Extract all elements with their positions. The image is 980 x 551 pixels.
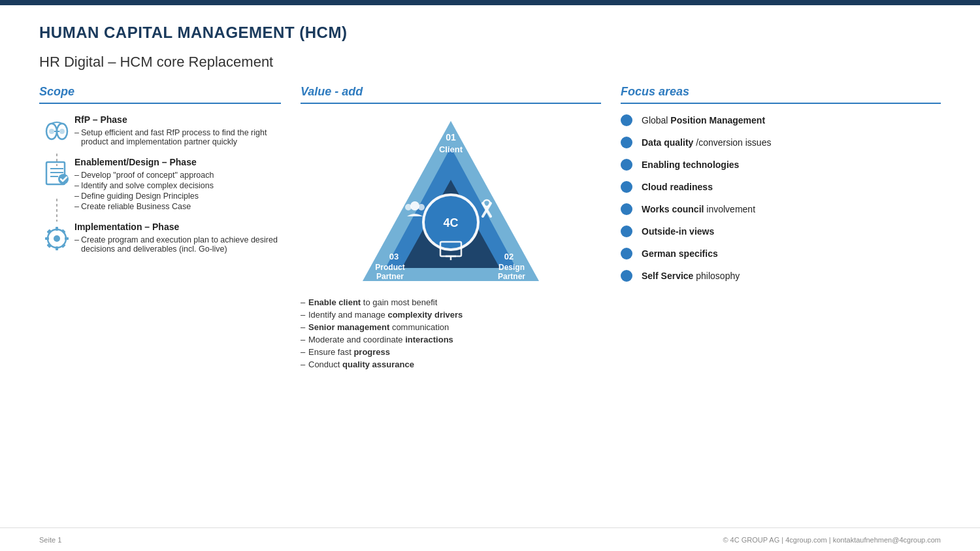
impl-text: Implementation – Phase Create program an… (74, 222, 281, 255)
sub-title: HR Digital – HCM core Replacement (39, 54, 941, 71)
rfp-title: RfP – Phase (74, 114, 281, 125)
focus-6: Outside-in views (621, 225, 941, 237)
vb-3: Senior management communication (301, 322, 601, 332)
svg-point-35 (405, 204, 412, 210)
focus-text-4: Cloud readiness (642, 182, 713, 192)
footer: Seite 1 © 4C GROUP AG | 4cgroup.com | ko… (0, 527, 980, 551)
design-text: Enablement/Design – Phase Develop "proof… (74, 157, 281, 212)
focus-dot-2 (621, 137, 632, 148)
focus-dot-6 (621, 225, 632, 237)
focus-column: Focus areas Global Position Management D… (608, 85, 941, 372)
svg-text:01: 01 (446, 132, 456, 142)
svg-text:Partner: Partner (498, 272, 525, 281)
svg-text:Partner: Partner (376, 272, 404, 281)
focus-4: Cloud readiness (621, 181, 941, 193)
svg-point-4 (59, 129, 65, 134)
design-bullet-4: Create reliable Business Case (74, 202, 281, 211)
vb-2: Identify and manage complexity drivers (301, 310, 601, 320)
vb-6: Conduct quality assurance (301, 359, 601, 369)
focus-dot-4 (621, 181, 632, 193)
focus-header: Focus areas (621, 85, 941, 104)
svg-point-9 (58, 174, 69, 184)
focus-8: Self Service philosophy (621, 270, 941, 282)
value-column: Value - add 4C (294, 85, 608, 372)
content: HUMAN CAPITAL MANAGEMENT (HCM) HR Digita… (0, 5, 980, 372)
vb-4: Moderate and coordinate interactions (301, 335, 601, 344)
svg-point-3 (49, 129, 54, 134)
design-icon (39, 157, 74, 188)
focus-5: Works council involvement (621, 203, 941, 215)
footer-copyright: © 4C GROUP AG | 4cgroup.com | kontaktauf… (723, 536, 941, 544)
impl-icon (39, 222, 74, 253)
svg-rect-15 (65, 237, 69, 240)
rfp-phase: RfP – Phase Setup efficient and fast RfP… (39, 114, 281, 148)
rfp-bullet-1: Setup efficient and fast RfP process to … (74, 128, 281, 146)
focus-dot-3 (621, 159, 632, 171)
design-bullet-2: Identify and solve complex decisions (74, 181, 281, 190)
vb-1: Enable client to gain most benefit (301, 297, 601, 307)
focus-dot-8 (621, 270, 632, 282)
design-phase: Enablement/Design – Phase Develop "proof… (39, 157, 281, 212)
svg-rect-12 (56, 227, 58, 231)
scope-column: Scope (39, 85, 294, 372)
design-bullet-3: Define guiding Design Principles (74, 192, 281, 201)
svg-text:Design: Design (498, 263, 525, 272)
svg-text:Client: Client (439, 144, 463, 154)
svg-rect-14 (45, 237, 49, 240)
impl-title: Implementation – Phase (74, 222, 281, 232)
focus-7: German specifics (621, 248, 941, 259)
focus-text-3: Enabling technologies (642, 159, 739, 170)
vb-5: Ensure fast progress (301, 347, 601, 357)
rfp-text: RfP – Phase Setup efficient and fast RfP… (74, 114, 281, 148)
columns: Scope (39, 85, 941, 372)
triangle-diagram: 4C 01 Client 03 Product Partner 02 Desig… (350, 114, 552, 291)
impl-bullet-1: Create program and execution plan to ach… (74, 235, 281, 254)
page: HUMAN CAPITAL MANAGEMENT (HCM) HR Digita… (0, 0, 980, 551)
svg-rect-13 (56, 246, 58, 250)
focus-1: Global Position Management (621, 114, 941, 126)
focus-dot-1 (621, 114, 632, 126)
focus-dot-7 (621, 248, 632, 259)
focus-text-6: Outside-in views (642, 226, 714, 237)
value-bullets: Enable client to gain most benefit Ident… (301, 297, 601, 372)
svg-point-34 (410, 201, 419, 210)
impl-phase: Implementation – Phase Create program an… (39, 222, 281, 255)
header-bar (0, 0, 980, 5)
focus-dot-5 (621, 203, 632, 215)
svg-text:4C: 4C (443, 216, 458, 229)
focus-3: Enabling technologies (621, 159, 941, 171)
svg-point-36 (418, 204, 425, 210)
svg-text:Product: Product (375, 263, 404, 272)
focus-text-7: German specifics (642, 248, 718, 259)
main-title: HUMAN CAPITAL MANAGEMENT (HCM) (39, 24, 941, 42)
focus-text-2: Data quality /conversion issues (642, 137, 771, 148)
focus-text-5: Works council involvement (642, 204, 755, 214)
design-title: Enablement/Design – Phase (74, 157, 281, 167)
triangle-container: 4C 01 Client 03 Product Partner 02 Desig… (301, 114, 601, 372)
scope-header: Scope (39, 85, 281, 104)
svg-text:02: 02 (504, 252, 514, 261)
focus-2: Data quality /conversion issues (621, 137, 941, 148)
focus-text-1: Global Position Management (642, 115, 765, 125)
focus-text-8: Self Service philosophy (642, 271, 740, 281)
design-bullet-1: Develop "proof of concept" approach (74, 171, 281, 180)
rfp-icon (39, 114, 74, 146)
svg-text:03: 03 (389, 252, 399, 261)
value-header: Value - add (301, 85, 601, 104)
footer-page: Seite 1 (39, 536, 61, 544)
dashed-line-2 (56, 199, 57, 222)
